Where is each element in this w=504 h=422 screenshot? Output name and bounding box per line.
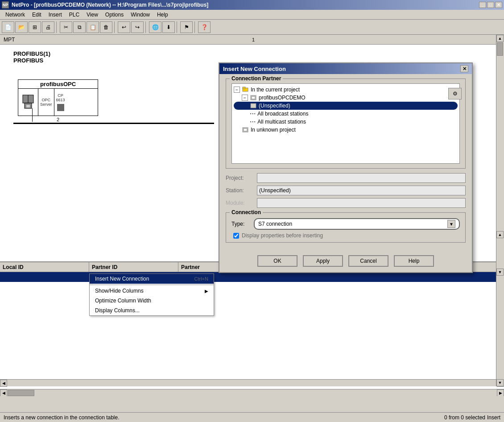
dialog-title-text: Insert New Connection bbox=[223, 66, 286, 72]
project-input[interactable] bbox=[257, 173, 466, 183]
tree-item-multicast[interactable]: ··· All multicast stations bbox=[234, 118, 458, 126]
tree-item-0[interactable]: − In the current project bbox=[234, 86, 458, 94]
tree-icon-5 bbox=[242, 126, 249, 133]
module-row: Module: bbox=[226, 198, 466, 208]
dialog-overlay: Insert New Connection ✕ Connection Partn… bbox=[0, 0, 504, 422]
tree-label-broadcast: All broadcast stations bbox=[257, 111, 308, 117]
svg-rect-5 bbox=[243, 87, 245, 89]
tree-expand-1[interactable]: − bbox=[242, 95, 248, 101]
ok-button[interactable]: OK bbox=[257, 255, 297, 267]
tree-view[interactable]: − In the current project − profibusOPCDE… bbox=[231, 83, 460, 164]
svg-rect-10 bbox=[244, 128, 247, 131]
dialog-title-bar: Insert New Connection ✕ bbox=[219, 63, 472, 74]
tree-label-unknown: In unknown project bbox=[251, 127, 296, 133]
connection-group: Connection Type: S7 connection ▼ Display… bbox=[226, 212, 466, 243]
tree-icon-0 bbox=[242, 86, 249, 93]
connection-settings-button[interactable]: ⚙ bbox=[448, 88, 462, 99]
module-input[interactable] bbox=[257, 198, 466, 208]
svg-rect-7 bbox=[252, 96, 255, 99]
display-properties-checkbox[interactable] bbox=[233, 233, 239, 239]
dialog-close-button[interactable]: ✕ bbox=[460, 65, 468, 72]
type-select-text: S7 connection bbox=[258, 221, 447, 227]
module-label: Module: bbox=[226, 200, 257, 206]
tree-item-broadcast[interactable]: ··· All broadcast stations bbox=[234, 110, 458, 118]
help-button[interactable]: Help bbox=[394, 255, 434, 267]
svg-rect-8 bbox=[251, 103, 256, 108]
cancel-button[interactable]: Cancel bbox=[348, 255, 388, 267]
connection-group-title: Connection bbox=[230, 209, 263, 215]
dialog-buttons: OK Apply Cancel Help bbox=[219, 252, 472, 272]
tree-item-1[interactable]: − profibusOPCDEMO bbox=[234, 94, 458, 102]
apply-button[interactable]: Apply bbox=[303, 255, 343, 267]
tree-expand-0[interactable]: − bbox=[234, 87, 240, 93]
form-fields: Project: Station: Module: bbox=[226, 173, 466, 208]
station-row: Station: bbox=[226, 186, 466, 195]
connection-partner-title: Connection Partner bbox=[230, 75, 283, 82]
tree-item-unknown[interactable]: + In unknown project bbox=[234, 126, 458, 134]
tree-icon-2 bbox=[250, 102, 257, 109]
dialog-content: Connection Partner − In the current proj… bbox=[219, 74, 472, 252]
station-input[interactable] bbox=[257, 186, 466, 195]
type-select-wrap[interactable]: S7 connection ▼ bbox=[254, 218, 460, 230]
tree-label-1: profibusOPCDEMO bbox=[259, 95, 306, 101]
insert-connection-dialog: Insert New Connection ✕ Connection Partn… bbox=[219, 62, 473, 273]
tree-item-unspecified[interactable]: (Unspecified) bbox=[234, 102, 458, 110]
tree-label-multicast: All multicast stations bbox=[257, 119, 306, 125]
checkbox-row: Display properties before inserting bbox=[231, 232, 460, 239]
type-label: Type: bbox=[231, 221, 254, 227]
type-row: Type: S7 connection ▼ bbox=[231, 218, 460, 230]
project-label: Project: bbox=[226, 175, 257, 181]
tree-label-0: In the current project bbox=[251, 87, 300, 93]
type-select-arrow[interactable]: ▼ bbox=[447, 220, 455, 228]
project-row: Project: bbox=[226, 173, 466, 183]
connection-partner-group: Connection Partner − In the current proj… bbox=[226, 79, 466, 169]
station-label: Station: bbox=[226, 187, 257, 194]
tree-label-unspecified: (Unspecified) bbox=[259, 103, 290, 109]
checkbox-label: Display properties before inserting bbox=[242, 232, 323, 239]
tree-icon-1 bbox=[250, 94, 257, 101]
